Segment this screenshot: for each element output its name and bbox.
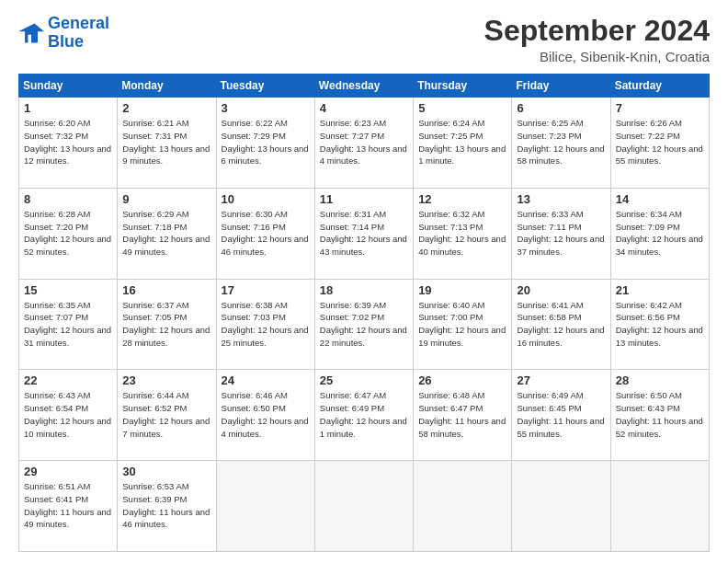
cell-week5-day2	[216, 461, 314, 552]
day-info: Sunrise: 6:48 AM Sunset: 6:47 PM Dayligh…	[418, 389, 506, 440]
day-number: 9	[122, 192, 210, 206]
day-number: 1	[24, 101, 112, 115]
day-number: 25	[320, 373, 408, 387]
sunrise-label: Sunrise: 6:29 AM	[122, 208, 210, 221]
day-number: 21	[616, 283, 704, 297]
day-number: 18	[320, 283, 408, 297]
sunrise-label: Sunrise: 6:22 AM	[222, 117, 310, 130]
sunset-label: Sunset: 6:58 PM	[517, 311, 605, 324]
col-sunday: Sunday	[19, 75, 118, 98]
daylight-label: Daylight: 12 hours and 31 minutes.	[24, 324, 112, 350]
cell-week3-day4: 19 Sunrise: 6:40 AM Sunset: 7:00 PM Dayl…	[414, 279, 512, 370]
day-number: 2	[122, 101, 210, 115]
daylight-label: Daylight: 12 hours and 10 minutes.	[24, 415, 112, 441]
col-monday: Monday	[118, 75, 216, 98]
sunset-label: Sunset: 7:18 PM	[122, 221, 210, 234]
day-info: Sunrise: 6:24 AM Sunset: 7:25 PM Dayligh…	[418, 117, 506, 167]
cell-week4-day5: 27 Sunrise: 6:49 AM Sunset: 6:45 PM Dayl…	[512, 370, 610, 461]
col-friday: Friday	[512, 75, 610, 98]
day-number: 27	[517, 373, 605, 387]
day-number: 8	[24, 192, 112, 206]
day-number: 5	[418, 101, 506, 115]
logo-line2: Blue	[48, 32, 84, 51]
sunset-label: Sunset: 7:16 PM	[222, 221, 310, 234]
day-number: 20	[517, 283, 605, 297]
sunrise-label: Sunrise: 6:40 AM	[418, 299, 506, 312]
day-info: Sunrise: 6:21 AM Sunset: 7:31 PM Dayligh…	[122, 117, 210, 167]
day-info: Sunrise: 6:26 AM Sunset: 7:22 PM Dayligh…	[616, 117, 704, 167]
daylight-label: Daylight: 12 hours and 55 minutes.	[616, 143, 704, 168]
daylight-label: Daylight: 12 hours and 37 minutes.	[517, 233, 605, 259]
daylight-label: Daylight: 13 hours and 4 minutes.	[320, 143, 408, 168]
cell-week2-day5: 13 Sunrise: 6:33 AM Sunset: 7:11 PM Dayl…	[512, 188, 610, 279]
sunset-label: Sunset: 7:14 PM	[320, 221, 408, 234]
col-thursday: Thursday	[414, 75, 512, 98]
day-info: Sunrise: 6:34 AM Sunset: 7:09 PM Dayligh…	[616, 208, 704, 259]
sunrise-label: Sunrise: 6:47 AM	[320, 389, 408, 402]
day-info: Sunrise: 6:20 AM Sunset: 7:32 PM Dayligh…	[24, 117, 112, 167]
cell-week3-day1: 16 Sunrise: 6:37 AM Sunset: 7:05 PM Dayl…	[118, 279, 216, 370]
daylight-label: Daylight: 13 hours and 12 minutes.	[24, 143, 112, 168]
sunrise-label: Sunrise: 6:44 AM	[122, 389, 210, 402]
cell-week3-day6: 21 Sunrise: 6:42 AM Sunset: 6:56 PM Dayl…	[610, 279, 709, 370]
day-info: Sunrise: 6:51 AM Sunset: 6:41 PM Dayligh…	[24, 480, 112, 531]
sunrise-label: Sunrise: 6:41 AM	[517, 299, 605, 312]
col-saturday: Saturday	[610, 75, 709, 98]
daylight-label: Daylight: 12 hours and 19 minutes.	[418, 324, 506, 350]
day-info: Sunrise: 6:46 AM Sunset: 6:50 PM Dayligh…	[222, 389, 310, 440]
sunrise-label: Sunrise: 6:23 AM	[320, 117, 408, 130]
day-number: 7	[616, 101, 704, 115]
sunset-label: Sunset: 7:29 PM	[222, 130, 310, 143]
day-number: 19	[418, 283, 506, 297]
daylight-label: Daylight: 12 hours and 25 minutes.	[222, 324, 310, 350]
sunset-label: Sunset: 7:00 PM	[418, 311, 506, 324]
daylight-label: Daylight: 12 hours and 40 minutes.	[418, 233, 506, 259]
daylight-label: Daylight: 11 hours and 49 minutes.	[24, 506, 112, 532]
day-number: 28	[616, 373, 704, 387]
day-info: Sunrise: 6:43 AM Sunset: 6:54 PM Dayligh…	[24, 389, 112, 440]
calendar-table: Sunday Monday Tuesday Wednesday Thursday…	[18, 74, 710, 552]
sunset-label: Sunset: 7:03 PM	[222, 311, 310, 324]
day-number: 23	[122, 373, 210, 387]
cell-week2-day0: 8 Sunrise: 6:28 AM Sunset: 7:20 PM Dayli…	[19, 188, 118, 279]
calendar-body: 1 Sunrise: 6:20 AM Sunset: 7:32 PM Dayli…	[19, 98, 710, 552]
month-title: September 2024	[484, 15, 710, 47]
cell-week5-day3	[314, 461, 413, 552]
calendar-header-row: Sunday Monday Tuesday Wednesday Thursday…	[19, 75, 710, 98]
sunset-label: Sunset: 7:27 PM	[320, 130, 408, 143]
daylight-label: Daylight: 12 hours and 49 minutes.	[122, 233, 210, 259]
page: General Blue September 2024 Bilice, Sibe…	[0, 0, 728, 563]
sunrise-label: Sunrise: 6:20 AM	[24, 117, 112, 130]
day-number: 14	[616, 192, 704, 206]
daylight-label: Daylight: 12 hours and 7 minutes.	[122, 415, 210, 441]
day-info: Sunrise: 6:53 AM Sunset: 6:39 PM Dayligh…	[122, 480, 210, 531]
daylight-label: Daylight: 12 hours and 43 minutes.	[320, 233, 408, 259]
day-number: 6	[517, 101, 605, 115]
week-row-4: 22 Sunrise: 6:43 AM Sunset: 6:54 PM Dayl…	[19, 370, 710, 461]
day-info: Sunrise: 6:50 AM Sunset: 6:43 PM Dayligh…	[616, 389, 704, 440]
day-info: Sunrise: 6:41 AM Sunset: 6:58 PM Dayligh…	[517, 299, 605, 350]
logo-icon	[18, 20, 44, 46]
cell-week4-day1: 23 Sunrise: 6:44 AM Sunset: 6:52 PM Dayl…	[118, 370, 216, 461]
day-number: 10	[222, 192, 310, 206]
sunset-label: Sunset: 6:41 PM	[24, 493, 112, 506]
sunrise-label: Sunrise: 6:31 AM	[320, 208, 408, 221]
day-info: Sunrise: 6:23 AM Sunset: 7:27 PM Dayligh…	[320, 117, 408, 167]
cell-week3-day2: 17 Sunrise: 6:38 AM Sunset: 7:03 PM Dayl…	[216, 279, 314, 370]
week-row-2: 8 Sunrise: 6:28 AM Sunset: 7:20 PM Dayli…	[19, 188, 710, 279]
location: Bilice, Sibenik-Knin, Croatia	[484, 49, 710, 64]
daylight-label: Daylight: 12 hours and 4 minutes.	[222, 415, 310, 441]
cell-week1-day1: 2 Sunrise: 6:21 AM Sunset: 7:31 PM Dayli…	[118, 98, 216, 189]
daylight-label: Daylight: 12 hours and 13 minutes.	[616, 324, 704, 350]
cell-week1-day6: 7 Sunrise: 6:26 AM Sunset: 7:22 PM Dayli…	[610, 98, 709, 189]
week-row-5: 29 Sunrise: 6:51 AM Sunset: 6:41 PM Dayl…	[19, 461, 710, 552]
cell-week3-day0: 15 Sunrise: 6:35 AM Sunset: 7:07 PM Dayl…	[19, 279, 118, 370]
day-info: Sunrise: 6:44 AM Sunset: 6:52 PM Dayligh…	[122, 389, 210, 440]
sunrise-label: Sunrise: 6:39 AM	[320, 299, 408, 312]
sunrise-label: Sunrise: 6:25 AM	[517, 117, 605, 130]
cell-week2-day1: 9 Sunrise: 6:29 AM Sunset: 7:18 PM Dayli…	[118, 188, 216, 279]
cell-week2-day2: 10 Sunrise: 6:30 AM Sunset: 7:16 PM Dayl…	[216, 188, 314, 279]
daylight-label: Daylight: 11 hours and 58 minutes.	[418, 415, 506, 441]
daylight-label: Daylight: 12 hours and 1 minute.	[320, 415, 408, 441]
day-number: 24	[222, 373, 310, 387]
